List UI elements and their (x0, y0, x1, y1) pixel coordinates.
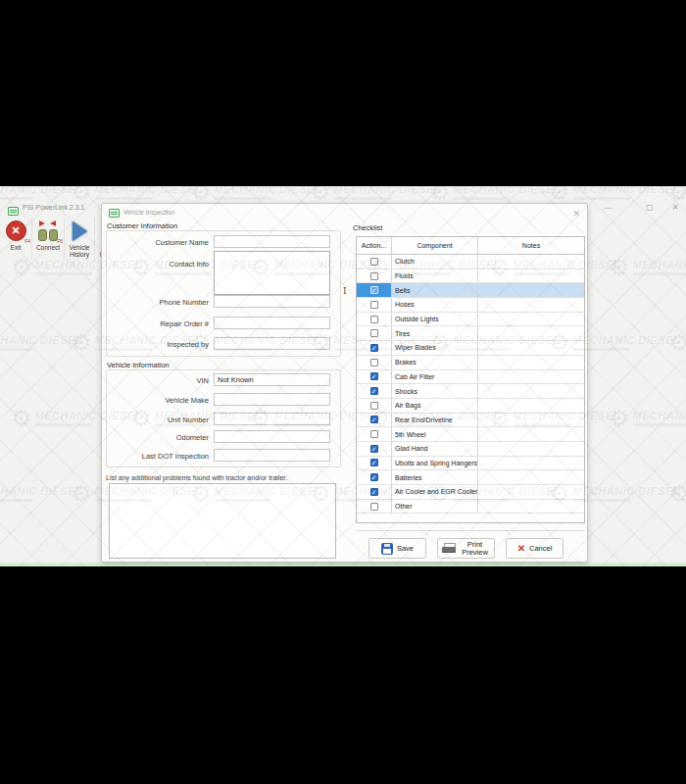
contact-info-input[interactable] (214, 251, 330, 295)
print-preview-button[interactable]: Print Preview (437, 538, 495, 559)
checklist-row[interactable]: Air Bags (357, 399, 584, 414)
vehicle-history-button[interactable]: Vehicle History (65, 218, 95, 261)
component-cell[interactable]: Hoses (392, 298, 478, 312)
checklist-row[interactable]: Tires (357, 326, 584, 341)
odometer-input[interactable] (214, 430, 330, 443)
notes-cell[interactable] (478, 313, 584, 326)
problems-textarea[interactable] (109, 483, 336, 559)
checkbox-unchecked-icon[interactable] (370, 402, 378, 410)
checklist-row[interactable]: 5th Wheel (357, 427, 584, 442)
component-cell[interactable]: Clutch (392, 255, 478, 269)
cancel-icon: ✕ (517, 544, 525, 554)
notes-cell[interactable] (478, 298, 584, 312)
connect-button[interactable]: F6 Connect (32, 218, 65, 261)
checkbox-unchecked-icon[interactable] (370, 316, 378, 323)
window-close-icon[interactable]: ✕ (667, 202, 683, 214)
notes-cell[interactable] (478, 442, 584, 456)
notes-cell[interactable] (478, 485, 584, 499)
checkbox-unchecked-icon[interactable] (370, 430, 378, 438)
vin-input[interactable] (214, 373, 330, 386)
component-cell[interactable]: Rear End/Driveline (392, 414, 478, 427)
checkbox-checked-icon[interactable]: ✓ (370, 372, 378, 380)
component-cell[interactable]: Brakes (392, 356, 478, 369)
component-cell[interactable]: Air Cooler and EGR Cooler (392, 485, 478, 499)
phone-number-input[interactable] (214, 295, 330, 308)
component-cell[interactable]: Cab Air Filter (392, 370, 478, 384)
repair-order-input[interactable] (214, 317, 330, 329)
component-cell[interactable]: Air Bags (392, 399, 478, 413)
checklist-row[interactable]: Fluids (357, 270, 584, 284)
component-cell[interactable]: Belts (392, 283, 478, 297)
save-button[interactable]: Save (368, 538, 426, 559)
notes-cell[interactable] (478, 500, 584, 514)
action-cell: ✓ (357, 283, 392, 297)
checklist-row[interactable]: ✓Rear End/Driveline (357, 414, 584, 428)
notes-cell[interactable] (478, 255, 584, 269)
customer-name-input[interactable] (214, 235, 330, 248)
checkbox-unchecked-icon[interactable] (370, 359, 378, 367)
checkbox-checked-icon[interactable]: ✓ (370, 387, 378, 395)
checklist-row[interactable]: ✓Cab Air Filter (357, 370, 584, 385)
checklist-row[interactable]: Other (357, 500, 584, 514)
checkbox-unchecked-icon[interactable] (370, 258, 378, 266)
vehicle-make-input[interactable] (214, 393, 330, 406)
unit-number-input[interactable] (214, 413, 330, 425)
notes-cell[interactable] (478, 470, 584, 484)
notes-cell[interactable] (478, 270, 584, 283)
dialog-title: Vehicle Inspection (123, 208, 174, 218)
checkbox-checked-icon[interactable]: ✓ (370, 344, 378, 352)
notes-cell[interactable] (478, 341, 584, 355)
checkbox-unchecked-icon[interactable] (370, 272, 378, 280)
checkbox-checked-icon[interactable]: ✓ (370, 459, 378, 466)
component-cell[interactable]: Wiper Blades (392, 341, 478, 355)
checkbox-unchecked-icon[interactable] (370, 329, 378, 337)
checklist-row[interactable]: Brakes (357, 356, 584, 370)
component-cell[interactable]: Fluids (392, 270, 478, 283)
column-header-notes[interactable]: Notes (478, 237, 584, 254)
checklist-row[interactable]: ✓Belts (357, 283, 584, 298)
component-cell[interactable]: Shocks (392, 384, 478, 398)
checklist-row[interactable]: ✓Air Cooler and EGR Cooler (357, 485, 584, 500)
notes-cell[interactable] (478, 370, 584, 384)
cancel-button[interactable]: ✕ Cancel (506, 538, 564, 559)
checkbox-unchecked-icon[interactable] (370, 301, 378, 309)
component-cell[interactable]: Tires (392, 326, 478, 340)
notes-cell[interactable] (478, 457, 584, 470)
notes-cell[interactable] (478, 356, 584, 369)
component-cell[interactable]: Batteries (392, 470, 478, 484)
checkbox-checked-icon[interactable]: ✓ (370, 286, 378, 294)
checkbox-checked-icon[interactable]: ✓ (370, 488, 378, 496)
checkbox-checked-icon[interactable]: ✓ (370, 445, 378, 453)
checklist-row[interactable]: ✓Glad Hand (357, 442, 584, 457)
notes-cell[interactable] (478, 326, 584, 340)
field-phone-number: Phone Number (106, 295, 334, 308)
notes-cell[interactable] (478, 427, 584, 441)
checkbox-unchecked-icon[interactable] (370, 503, 378, 511)
notes-cell[interactable] (478, 414, 584, 427)
checklist-row[interactable]: ✓Ubolts and Spring Hangers (357, 457, 584, 471)
notes-cell[interactable] (478, 283, 584, 297)
checklist-row[interactable]: ✓Batteries (357, 470, 584, 485)
inspected-by-input[interactable] (214, 337, 330, 350)
component-cell[interactable]: 5th Wheel (392, 427, 478, 441)
column-header-component[interactable]: Component (392, 237, 478, 254)
exit-button[interactable]: ✕ F4 Exit (0, 218, 32, 261)
component-cell[interactable]: Ubolts and Spring Hangers (392, 457, 478, 470)
component-cell[interactable]: Outside Lights (392, 313, 478, 326)
notes-cell[interactable] (478, 384, 584, 398)
notes-cell[interactable] (478, 399, 584, 413)
checklist-row[interactable]: Outside Lights (357, 313, 584, 327)
maximize-icon[interactable]: ▢ (642, 202, 658, 214)
last-dot-inspection-input[interactable] (214, 449, 330, 462)
checklist-row[interactable]: Hoses (357, 298, 584, 313)
checklist-row[interactable]: Clutch (357, 255, 584, 270)
dialog-close-icon[interactable]: ✕ (572, 210, 580, 219)
checkbox-checked-icon[interactable]: ✓ (370, 473, 378, 481)
checklist-row[interactable]: ✓Shocks (357, 384, 584, 399)
minimize-icon[interactable]: — (600, 202, 615, 214)
checkbox-checked-icon[interactable]: ✓ (370, 416, 378, 423)
component-cell[interactable]: Glad Hand (392, 442, 478, 456)
component-cell[interactable]: Other (392, 500, 478, 514)
column-header-action[interactable]: Action... (357, 237, 392, 254)
checklist-row[interactable]: ✓Wiper Blades (357, 341, 584, 356)
